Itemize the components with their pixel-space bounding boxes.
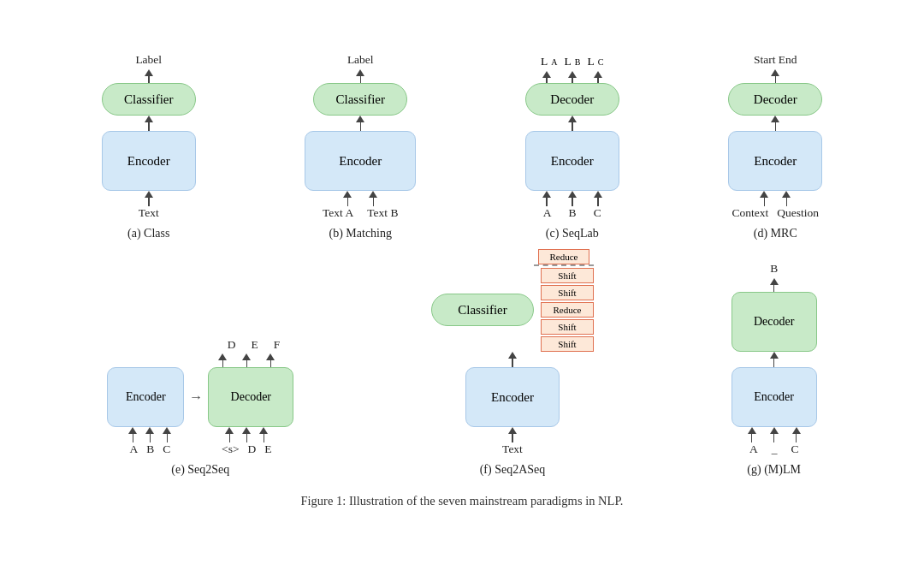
classifier-block-b: Classifier: [313, 83, 407, 116]
stack-item-f3: Reduce: [541, 302, 594, 318]
input-g2: _: [772, 442, 778, 456]
arrow-shaft: [148, 198, 150, 206]
label-c-top: LA LB LC: [541, 55, 603, 68]
arrows-g-bottom: [748, 427, 801, 442]
label-b-top: Label: [347, 53, 374, 67]
encoder-block-b: Encoder: [305, 131, 416, 191]
arrow-shaft: [148, 122, 150, 131]
arrow-enc-to-clf-a: [145, 69, 153, 83]
classifier-f: Classifier: [431, 294, 534, 326]
input-c2: B: [569, 206, 577, 220]
encoder-block-a: Encoder: [102, 131, 196, 191]
arrowhead: [356, 69, 364, 76]
stack-item-f4: Shift: [541, 319, 594, 335]
arrow-g-mid: [770, 352, 779, 367]
decoder-e: Decoder: [208, 367, 293, 427]
stack-item-f2: Shift: [541, 285, 594, 300]
diagram-a: Label Classifier Encoder: [102, 53, 196, 240]
inputs-b: Text A Text B: [323, 206, 398, 222]
decoder-block-c: Decoder: [525, 83, 619, 116]
dec-in-e2: D: [248, 442, 257, 456]
arrow-enc-to-clf-b: [356, 69, 364, 83]
label-g-top: B: [770, 262, 778, 276]
out-e3: F: [274, 338, 281, 352]
diagram-e: D E F Encoder →: [107, 338, 293, 477]
arrow-input-a: [145, 191, 153, 206]
bottom-row: D E F Encoder →: [34, 249, 890, 477]
input-g3: C: [791, 442, 798, 456]
encoder-block-d: Encoder: [728, 131, 822, 191]
input-b2: Text B: [367, 206, 398, 220]
input-c3: C: [594, 206, 601, 220]
top-row: Label Classifier Encoder: [34, 53, 890, 240]
caption-b: (b) Matching: [329, 227, 392, 240]
outputs-e: D E F: [107, 338, 293, 353]
arrow-shaft: [360, 122, 362, 131]
diagram-b: Label Classifier Encoder: [305, 53, 416, 240]
decoder-block-d: Decoder: [728, 83, 822, 116]
diagram-g: B Decoder Encoder: [732, 262, 817, 477]
input-d1: Context: [732, 206, 769, 220]
arrows-b: [343, 191, 377, 206]
arrowhead: [356, 116, 364, 122]
enc-in-e1: A: [129, 442, 138, 456]
diagrams-area: Label Classifier Encoder: [34, 53, 890, 508]
caption-e: (e) Seq2Seq: [171, 463, 229, 477]
input-f: Text: [502, 442, 523, 456]
stack-f: Shift Shift Reduce Shift Shift: [541, 268, 594, 352]
out-e2: E: [252, 338, 258, 352]
figure-caption: Figure 1: Illustration of the seven main…: [34, 494, 890, 508]
input-label-a: Text: [139, 206, 159, 220]
dec-in-e1: <s>: [222, 442, 239, 456]
caption-g: (g) (M)LM: [747, 463, 801, 477]
diagram-c: LA LB LC Decoder Encoder: [525, 55, 619, 240]
caption-a: (a) Class: [127, 227, 169, 240]
arrows-d-bottom: [760, 191, 791, 206]
inputs-g: A _ C: [749, 442, 799, 458]
input-d2: Question: [777, 206, 819, 220]
diagram-d: Start End Decoder Encoder: [728, 53, 822, 240]
label-d-top: Start End: [754, 53, 797, 67]
caption-d: (d) MRC: [754, 227, 797, 240]
arrow-shaft: [148, 76, 150, 83]
arrowhead: [145, 116, 153, 122]
dashed-line: [534, 264, 594, 266]
enc-in-e2: B: [146, 442, 154, 456]
arrows-c-bottom: [542, 191, 602, 206]
arrowhead: [145, 191, 153, 198]
horiz-arrow-e: →: [187, 389, 204, 405]
arrow-g-top: [770, 278, 779, 292]
encoder-e: Encoder: [107, 367, 184, 427]
enc-in-e3: C: [163, 442, 170, 456]
decoder-g: Decoder: [732, 292, 817, 352]
seq2seq-blocks: Encoder → Decoder: [107, 367, 293, 427]
arrowhead: [145, 69, 153, 76]
figure-container: Label Classifier Encoder: [17, 45, 907, 525]
arrow-b: [356, 116, 364, 131]
arrow-d: [771, 116, 779, 131]
input-b1: Text A: [323, 206, 353, 220]
label-a-top: Label: [135, 53, 162, 67]
stack-item-f1: Shift: [541, 268, 594, 283]
arrow-d-top: [771, 69, 779, 83]
encoder-f: Encoder: [465, 367, 560, 427]
input-g1: A: [749, 442, 758, 456]
arrow-shaft: [360, 76, 362, 83]
caption-c: (c) SeqLab: [546, 227, 599, 240]
out-e1: D: [228, 338, 236, 352]
inputs-d: Context Question: [732, 206, 820, 222]
arrows-c-top: [542, 71, 602, 83]
stack-item-f5: Shift: [541, 336, 594, 352]
arrow-a: [145, 116, 153, 131]
arrows-e-top: [107, 353, 293, 367]
caption-f: (f) Seq2ASeq: [480, 463, 546, 477]
classifier-block-a: Classifier: [102, 83, 196, 116]
reduce-top-box: Reduce: [538, 249, 589, 264]
encoder-g: Encoder: [732, 367, 817, 427]
arrow-c: [568, 116, 577, 131]
diagram-f: Reduce Classifier: [431, 249, 594, 477]
encoder-block-c: Encoder: [525, 131, 619, 191]
dec-in-e3: E: [264, 442, 271, 456]
input-c1: A: [543, 206, 552, 220]
inputs-c: A B C: [543, 206, 601, 222]
